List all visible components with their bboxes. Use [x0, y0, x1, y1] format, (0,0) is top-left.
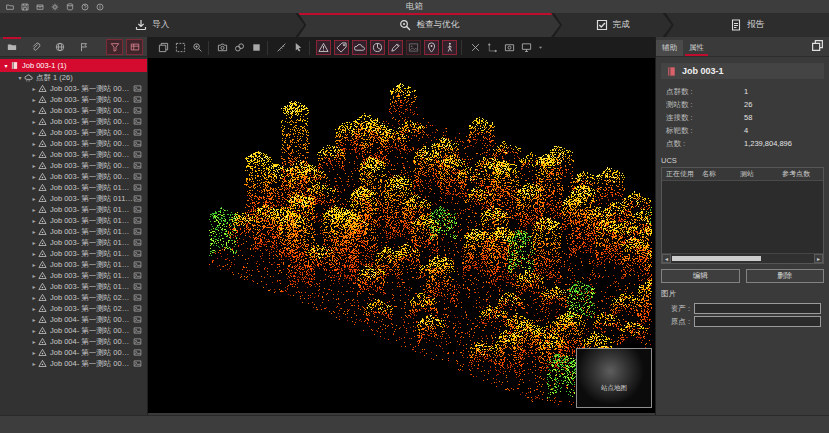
photo-icon[interactable]: [133, 194, 142, 203]
expand-icon[interactable]: ▸: [30, 316, 38, 323]
tab-properties[interactable]: 属性: [683, 40, 710, 56]
filter-images-button[interactable]: [106, 39, 123, 55]
expand-icon[interactable]: ▸: [30, 327, 38, 334]
photo-icon[interactable]: [133, 249, 142, 258]
collapse-icon[interactable]: ▾: [2, 62, 10, 69]
tree-item-station-16[interactable]: ▸Job 003- 第一测站 016 (4): [0, 248, 147, 259]
edit-button[interactable]: 编辑: [661, 269, 740, 283]
tree-item-station-26[interactable]: ▸Job 004- 第一测站 005 (6): [0, 358, 147, 369]
photo-icon[interactable]: [133, 150, 142, 159]
tree-item-station-20[interactable]: ▸Job 003- 第一测站 020 (5): [0, 292, 147, 303]
tree-item-station-2[interactable]: ▸Job 003- 第一测站 002 (5): [0, 94, 147, 105]
tree-item-job-root[interactable]: ▾Job 003-1 (1): [0, 59, 147, 72]
tree-item-station-3[interactable]: ▸Job 003- 第一测站 003 (4): [0, 105, 147, 116]
copy-view-tool[interactable]: [156, 41, 170, 55]
expand-icon[interactable]: ▸: [30, 360, 38, 367]
expand-icon[interactable]: ▸: [30, 140, 38, 147]
site-minimap[interactable]: 站点地图: [576, 348, 652, 408]
tree-item-station-9[interactable]: ▸Job 003- 第一测站 009 (3): [0, 171, 147, 182]
tree-item-station-12[interactable]: ▸Job 003- 第一测站 012 (5): [0, 204, 147, 215]
photo-icon[interactable]: [133, 359, 142, 368]
workflow-step-检查与优化[interactable]: 检查与优化: [298, 13, 560, 37]
photo-icon[interactable]: [133, 128, 142, 137]
tree-tab-project-tab-icon[interactable]: [0, 37, 24, 56]
expand-icon[interactable]: ▸: [30, 107, 38, 114]
photo-icon[interactable]: [133, 348, 142, 357]
expand-icon[interactable]: ▸: [30, 173, 38, 180]
camera-tool[interactable]: [215, 41, 229, 55]
expand-icon[interactable]: ▸: [30, 272, 38, 279]
photo-icon[interactable]: [133, 216, 142, 225]
measure-tool[interactable]: [274, 41, 288, 55]
scrollbar-track[interactable]: [671, 256, 814, 261]
ucs-table-body[interactable]: [662, 181, 823, 253]
tree-item-station-25[interactable]: ▸Job 004- 第一测站 004 (7): [0, 347, 147, 358]
expand-icon[interactable]: ▸: [30, 151, 38, 158]
frame-select-tool[interactable]: [173, 41, 187, 55]
photo-icon[interactable]: [133, 205, 142, 214]
tree-item-station-23[interactable]: ▸Job 004- 第一测站 002 (6): [0, 325, 147, 336]
tree-item-station-24[interactable]: ▸Job 004- 第一测站 003 (4): [0, 336, 147, 347]
tree-item-station-7[interactable]: ▸Job 003- 第一测站 007 (5): [0, 149, 147, 160]
tree-item-station-6[interactable]: ▸Job 003- 第一测站 006 (4): [0, 138, 147, 149]
tree-item-station-22[interactable]: ▸Job 004- 第一测站 001 (3): [0, 314, 147, 325]
expand-icon[interactable]: ▸: [30, 217, 38, 224]
pin-tool[interactable]: [424, 40, 439, 55]
about-icon[interactable]: [96, 3, 104, 11]
photo-icon[interactable]: [133, 315, 142, 324]
archive-icon[interactable]: [36, 3, 44, 11]
filter-labels-button[interactable]: [126, 39, 143, 55]
asset-field[interactable]: [694, 303, 821, 314]
tree-item-station-5[interactable]: ▸Job 003- 第一测站 005 (7): [0, 127, 147, 138]
save-icon[interactable]: [21, 3, 29, 11]
scrollbar-thumb[interactable]: [672, 256, 761, 261]
tree-item-station-13[interactable]: ▸Job 003- 第一测站 013 (4): [0, 215, 147, 226]
expand-icon[interactable]: ▸: [30, 349, 38, 356]
photo-icon[interactable]: [133, 326, 142, 335]
snapshot-tool[interactable]: [502, 41, 516, 55]
open-folder-icon[interactable]: [6, 3, 14, 11]
cut-tool[interactable]: [468, 41, 482, 55]
photo-icon[interactable]: [133, 117, 142, 126]
expand-icon[interactable]: ▸: [30, 206, 38, 213]
photo-icon[interactable]: [133, 139, 142, 148]
workflow-step-导入[interactable]: 导入: [0, 13, 304, 37]
expand-icon[interactable]: ▸: [30, 85, 38, 92]
render-mode-tool[interactable]: [232, 41, 246, 55]
restore-window-icon[interactable]: [811, 39, 824, 52]
scroll-right-icon[interactable]: ▸: [814, 254, 823, 263]
tree-item-station-14[interactable]: ▸Job 003- 第一测站 014 (4): [0, 226, 147, 237]
tree-item-station-11[interactable]: ▸Job 003- 第一测站 011 (2): [0, 193, 147, 204]
photo-icon[interactable]: [133, 183, 142, 192]
photo-icon[interactable]: [133, 238, 142, 247]
expand-icon[interactable]: ▸: [30, 261, 38, 268]
delete-button[interactable]: 删除: [746, 269, 825, 283]
photo-icon[interactable]: [133, 84, 142, 93]
expand-icon[interactable]: ▸: [30, 250, 38, 257]
database-icon[interactable]: [66, 3, 74, 11]
expand-icon[interactable]: ▸: [30, 305, 38, 312]
tree-item-station-1[interactable]: ▸Job 003- 第一测站 001 (6): [0, 83, 147, 94]
cloud-tool[interactable]: [352, 40, 367, 55]
expand-icon[interactable]: ▸: [30, 239, 38, 246]
photo-icon[interactable]: [133, 282, 142, 291]
expand-icon[interactable]: ▸: [30, 283, 38, 290]
tree-tab-link-tab-icon[interactable]: [24, 37, 48, 56]
expand-icon[interactable]: ▸: [30, 195, 38, 202]
tab-auxiliary[interactable]: 辅助: [656, 40, 683, 56]
viewport-3d[interactable]: 站点地图: [148, 58, 655, 413]
warning-tool[interactable]: [316, 40, 331, 55]
axes-tool[interactable]: [485, 41, 499, 55]
tree-item-station-18[interactable]: ▸Job 003- 第一测站 018 (4): [0, 270, 147, 281]
expand-icon[interactable]: ▸: [30, 96, 38, 103]
tree-item-station-10[interactable]: ▸Job 003- 第一测站 010 (3): [0, 182, 147, 193]
tree-item-station-4[interactable]: ▸Job 003- 第一测站 004 (5): [0, 116, 147, 127]
photo-icon[interactable]: [133, 271, 142, 280]
expand-icon[interactable]: ▸: [30, 228, 38, 235]
pencil-tool[interactable]: [388, 40, 403, 55]
tree-item-station-15[interactable]: ▸Job 003- 第一测站 015 (4): [0, 237, 147, 248]
expand-icon[interactable]: ▸: [30, 294, 38, 301]
expand-icon[interactable]: ▸: [30, 118, 38, 125]
photo-icon[interactable]: [133, 106, 142, 115]
tree-item-station-19[interactable]: ▸Job 003- 第一测站 019 (2): [0, 281, 147, 292]
